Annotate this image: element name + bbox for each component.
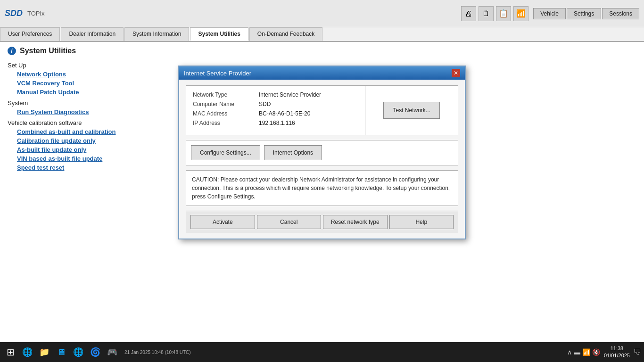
taskbar-left: ⊞ 🌐 📁 🖥 🌐 🌀 🎮 21 Jan 2025 10:48 (10:48 U… xyxy=(3,345,191,360)
tabs-bar: User Preferences Dealer Information Syst… xyxy=(0,27,644,42)
caution-box: CAUTION: Please contact your dealership … xyxy=(186,170,458,206)
caution-text: CAUTION: Please contact your dealership … xyxy=(192,176,450,200)
configure-settings-button[interactable]: Configure Settings... xyxy=(191,145,260,160)
logo-sdd: SDD xyxy=(5,8,23,18)
modal-close-button[interactable]: ✕ xyxy=(452,69,460,77)
taskbar-ie-icon[interactable]: 🌐 xyxy=(71,345,86,360)
modal-bottom-buttons: Activate Cancel Reset network type Help xyxy=(186,211,458,233)
network-type-value: Internet Service Provider xyxy=(259,91,321,98)
reset-network-button[interactable]: Reset network type xyxy=(323,215,388,229)
taskbar-folder-icon[interactable]: 📁 xyxy=(37,345,52,360)
taskbar-clock: 11:38 01/01/2025 xyxy=(604,345,630,360)
app-header: SDD TOPIx 🖨 🗒 📋 📶 Vehicle Settings Sessi… xyxy=(0,0,644,27)
sessions-button[interactable]: Sessions xyxy=(602,8,639,19)
mac-address-row: MAC Address BC-A8-A6-D1-5E-20 xyxy=(193,110,358,117)
tab-dealer-information[interactable]: Dealer Information xyxy=(61,27,124,41)
taskbar-app1-icon[interactable]: 🌀 xyxy=(88,345,103,360)
signal-icon[interactable]: 📶 xyxy=(513,6,528,21)
logo-topix: TOPIx xyxy=(27,10,45,17)
network-icon: 📶 xyxy=(582,348,590,356)
taskbar-browser-icon[interactable]: 🌐 xyxy=(20,345,35,360)
date-display: 01/01/2025 xyxy=(604,352,630,359)
modal-body: Network Type Internet Service Provider C… xyxy=(179,80,465,239)
computer-name-row: Computer Name SDD xyxy=(193,101,358,107)
modal-titlebar: Internet Service Provider ✕ xyxy=(179,66,465,80)
ip-address-row: IP Address 192.168.1.116 xyxy=(193,120,358,126)
computer-name-label: Computer Name xyxy=(193,101,259,107)
header-nav: Vehicle Settings Sessions xyxy=(533,8,639,19)
network-type-label: Network Type xyxy=(193,91,259,98)
mac-address-value: BC-A8-A6-D1-5E-20 xyxy=(259,110,310,117)
ip-address-value: 192.168.1.116 xyxy=(259,120,295,126)
print-icon[interactable]: 🖨 xyxy=(461,6,476,21)
taskbar-right: ∧ ▬ 📶 🔇 11:38 01/01/2025 🗨 xyxy=(567,345,641,360)
cancel-button[interactable]: Cancel xyxy=(257,215,322,229)
tab-user-preferences[interactable]: User Preferences xyxy=(0,27,60,41)
chevron-icon: ∧ xyxy=(567,348,572,356)
tab-system-utilities[interactable]: System Utilities xyxy=(190,27,248,41)
scan-icon[interactable]: 🗒 xyxy=(479,6,494,21)
header-left: SDD TOPIx xyxy=(5,8,45,18)
start-button[interactable]: ⊞ xyxy=(3,345,18,360)
mac-address-label: MAC Address xyxy=(193,110,259,117)
tab-system-information[interactable]: System Information xyxy=(124,27,189,41)
page-content: i System Utilities Set Up Network Option… xyxy=(0,42,644,178)
taskbar-app2-icon[interactable]: 🎮 xyxy=(105,345,120,360)
vehicle-button[interactable]: Vehicle xyxy=(533,8,566,19)
help-button[interactable]: Help xyxy=(389,215,454,229)
activate-button[interactable]: Activate xyxy=(190,215,255,229)
network-type-row: Network Type Internet Service Provider xyxy=(193,91,358,98)
volume-icon: 🔇 xyxy=(592,348,600,356)
modal-dialog: Internet Service Provider ✕ Network Type… xyxy=(178,66,466,239)
taskbar-sdd-icon[interactable]: 🖥 xyxy=(54,345,69,360)
taskbar: ⊞ 🌐 📁 🖥 🌐 🌀 🎮 21 Jan 2025 10:48 (10:48 U… xyxy=(0,342,644,362)
header-icons: 🖨 🗒 📋 📶 xyxy=(461,6,528,21)
notification-icon[interactable]: 🗨 xyxy=(634,348,641,356)
computer-name-value: SDD xyxy=(259,101,271,107)
tab-on-demand-feedback[interactable]: On-Demand Feedback xyxy=(249,27,322,41)
time-display: 11:38 xyxy=(604,345,630,352)
settings-button[interactable]: Settings xyxy=(567,8,601,19)
internet-options-button[interactable]: Internet Options xyxy=(264,145,322,160)
modal-overlay: Internet Service Provider ✕ Network Type… xyxy=(0,42,644,178)
test-network-button[interactable]: Test Network... xyxy=(383,102,440,119)
clipboard-icon[interactable]: 📋 xyxy=(496,6,511,21)
display-icon: ▬ xyxy=(574,348,580,356)
ip-address-label: IP Address xyxy=(193,120,259,126)
taskbar-date-info: 21 Jan 2025 10:48 (10:48 UTC) xyxy=(122,350,191,355)
taskbar-sys-icons: ∧ ▬ 📶 🔇 xyxy=(567,348,600,356)
modal-title: Internet Service Provider xyxy=(184,70,251,77)
